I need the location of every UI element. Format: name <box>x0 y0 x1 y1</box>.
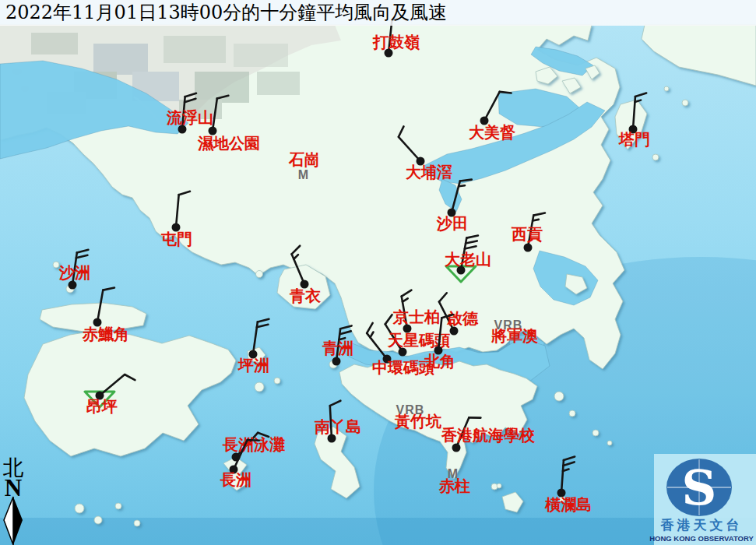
station-label: 濕地公園 <box>197 134 260 153</box>
station-label: 石崗 <box>288 150 320 169</box>
station-label: 赤鱲角 <box>82 325 129 343</box>
bottom-sea-shade <box>0 518 756 545</box>
station-label: 坪洲 <box>237 356 269 374</box>
station-label: 大埔滘 <box>406 163 452 181</box>
station-label: 大美督 <box>469 123 515 142</box>
station-label: 青衣 <box>289 287 322 305</box>
station-dot <box>332 357 341 366</box>
missing-data-marker: M <box>298 168 309 181</box>
station-label: 北角 <box>424 352 455 371</box>
logo-s-glyph: S <box>682 459 717 516</box>
station-label: 香港航海學校 <box>441 426 536 445</box>
station-dot <box>69 281 77 290</box>
station-label: 昂坪 <box>86 397 118 416</box>
station-label: 赤柱 <box>438 476 470 495</box>
station-label: 橫瀾島 <box>544 495 592 514</box>
page-title: 2022年11月01日13時00分的十分鐘平均風向及風速 <box>5 2 447 23</box>
station-label: 將軍澳 <box>491 326 538 345</box>
hko-logo: S 香港天文台 HONG KONG OBSERVATORY <box>649 454 756 545</box>
station-label: 屯門 <box>160 230 192 248</box>
station-label: 長洲泳灘 <box>222 435 285 454</box>
station-label: 青洲 <box>322 339 353 357</box>
station-dot <box>450 327 459 336</box>
station-label: 西貢 <box>511 225 543 244</box>
station-label: 沙田 <box>436 214 468 233</box>
station-label: 沙洲 <box>58 263 90 282</box>
logo-name-en: HONG KONG OBSERVATORY <box>649 534 754 543</box>
station-dot <box>452 444 461 452</box>
station-label: 長洲 <box>220 470 251 489</box>
station-dot <box>524 244 533 252</box>
station-label: 塔門 <box>618 130 650 149</box>
wind-map: 打鼓嶺流浮山濕地公園大美督塔門大埔滘M石崗沙田西貢屯門沙洲赤鱲角青衣大老山京士柏… <box>0 0 756 545</box>
station-label: 京士柏 <box>392 308 440 326</box>
station-label: 啟德 <box>446 309 479 328</box>
station-label: 流浮山 <box>166 108 213 127</box>
station-label: 打鼓嶺 <box>372 33 420 51</box>
wind-map-page: 打鼓嶺流浮山濕地公園大美督塔門大埔滘M石崗沙田西貢屯門沙洲赤鱲角青衣大老山京士柏… <box>0 0 756 545</box>
station-label: 大老山 <box>445 250 491 269</box>
station-label: 黃竹坑 <box>394 412 441 431</box>
logo-name-zh: 香港天文台 <box>660 517 743 533</box>
station-label: 南丫島 <box>314 417 361 436</box>
